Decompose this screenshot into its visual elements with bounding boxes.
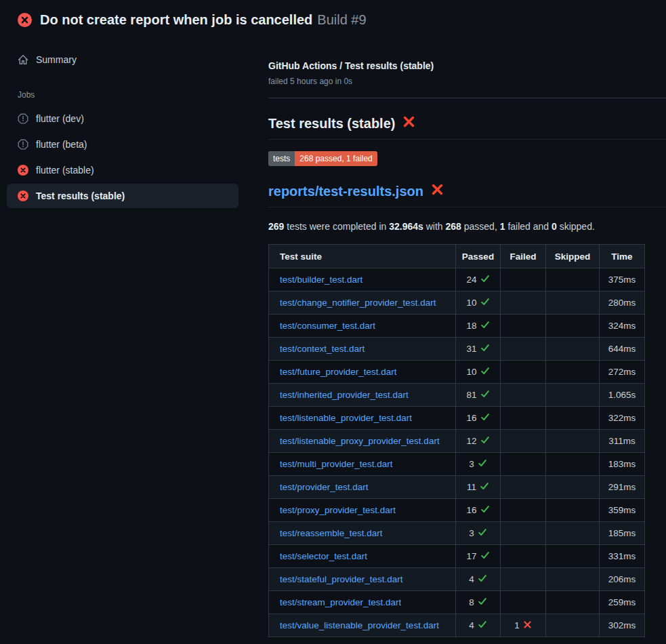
cell-test-suite: test/selector_test.dart bbox=[269, 545, 456, 568]
table-row: test/consumer_test.dart18324ms bbox=[269, 315, 645, 338]
test-suite-link[interactable]: test/consumer_test.dart bbox=[280, 321, 375, 331]
check-icon bbox=[480, 343, 490, 355]
test-suite-link[interactable]: test/multi_provider_test.dart bbox=[280, 459, 393, 469]
sidebar-item-summary[interactable]: Summary bbox=[7, 47, 238, 72]
table-header-row: Test suitePassedFailedSkippedTime bbox=[269, 245, 645, 268]
check-icon bbox=[478, 573, 487, 585]
cell-skipped bbox=[546, 315, 600, 338]
cell-skipped bbox=[546, 591, 600, 614]
main-content: GitHub Actions / Test results (stable) f… bbox=[238, 35, 666, 637]
passed-count: 4 bbox=[469, 574, 474, 584]
sidebar-item-flutter-dev[interactable]: flutter (dev) bbox=[7, 106, 238, 131]
sidebar-item-label: Test results (stable) bbox=[36, 190, 125, 201]
cell-test-suite: test/context_test.dart bbox=[269, 338, 456, 361]
table-row: test/provider_test.dart11291ms bbox=[269, 476, 645, 499]
cell-time: 302ms bbox=[600, 614, 645, 637]
check-icon bbox=[480, 435, 490, 447]
cell-failed bbox=[501, 384, 546, 407]
test-suite-link[interactable]: test/proxy_provider_test.dart bbox=[280, 505, 396, 515]
cell-passed: 8 bbox=[456, 591, 501, 614]
cell-failed bbox=[501, 268, 546, 291]
cell-time: 375ms bbox=[600, 268, 645, 291]
cell-test-suite: test/builder_test.dart bbox=[269, 268, 456, 291]
cell-skipped bbox=[546, 338, 600, 361]
cell-test-suite: test/multi_provider_test.dart bbox=[269, 453, 456, 476]
x-icon bbox=[523, 620, 532, 631]
test-suite-link[interactable]: test/listenable_provider_test.dart bbox=[280, 413, 412, 423]
passed-count: 18 bbox=[466, 321, 476, 331]
cell-skipped bbox=[546, 499, 600, 522]
cell-failed bbox=[501, 361, 546, 384]
test-suite-link[interactable]: test/reassemble_test.dart bbox=[280, 528, 383, 538]
summary-segment: 0 bbox=[551, 221, 557, 232]
cell-failed bbox=[501, 499, 546, 522]
passed-count: 31 bbox=[466, 344, 476, 354]
table-row: test/stateful_provider_test.dart4206ms bbox=[269, 568, 645, 591]
summary-segment: passed, bbox=[461, 221, 500, 232]
jobs-section-label: Jobs bbox=[7, 90, 238, 100]
test-suite-link[interactable]: test/future_provider_test.dart bbox=[280, 367, 397, 377]
passed-count: 3 bbox=[469, 528, 474, 538]
test-suite-link[interactable]: test/inherited_provider_test.dart bbox=[280, 390, 409, 400]
table-row: test/inherited_provider_test.dart811.065… bbox=[269, 384, 645, 407]
stop-cancelled-icon bbox=[18, 113, 28, 124]
section-title-heading: Test results (stable) bbox=[268, 115, 666, 140]
cell-failed bbox=[501, 338, 546, 361]
build-header: Do not create report when job is cancell… bbox=[0, 0, 666, 35]
test-suite-link[interactable]: test/builder_test.dart bbox=[280, 275, 362, 285]
summary-segment: failed and bbox=[505, 221, 552, 232]
cell-test-suite: test/proxy_provider_test.dart bbox=[269, 499, 456, 522]
failed-count: 1 bbox=[514, 620, 520, 630]
cell-time: 331ms bbox=[600, 545, 645, 568]
summary-segment: 268 bbox=[446, 221, 461, 232]
table-row: test/change_notifier_provider_test.dart1… bbox=[269, 291, 645, 315]
sidebar-item-label: flutter (beta) bbox=[36, 139, 87, 150]
check-icon bbox=[480, 504, 490, 516]
cell-test-suite: test/change_notifier_provider_test.dart bbox=[269, 291, 456, 315]
x-circle-fill-icon bbox=[18, 165, 28, 176]
sidebar-item-flutter-stable[interactable]: flutter (stable) bbox=[7, 158, 238, 182]
check-icon bbox=[480, 320, 490, 331]
build-title: Do not create report when job is cancell… bbox=[40, 12, 312, 27]
summary-segment: tests were completed in bbox=[284, 221, 389, 232]
sidebar-item-test-results-stable[interactable]: Test results (stable) bbox=[7, 184, 238, 208]
cell-test-suite: test/inherited_provider_test.dart bbox=[269, 384, 456, 407]
summary-segment: 32.964s bbox=[389, 221, 423, 232]
passed-count: 12 bbox=[466, 436, 476, 446]
check-icon bbox=[478, 597, 487, 608]
stop-cancelled-icon bbox=[18, 139, 28, 150]
sidebar-item-flutter-beta[interactable]: flutter (beta) bbox=[7, 132, 238, 157]
cell-failed bbox=[501, 315, 546, 338]
cell-test-suite: test/future_provider_test.dart bbox=[269, 361, 456, 384]
cell-passed: 16 bbox=[456, 407, 501, 430]
test-results-table: Test suitePassedFailedSkippedTime test/b… bbox=[268, 244, 645, 637]
cell-time: 259ms bbox=[600, 591, 645, 614]
check-icon bbox=[478, 527, 487, 539]
cell-passed: 18 bbox=[456, 315, 501, 338]
cell-time: 185ms bbox=[600, 522, 645, 545]
build-number: Build #9 bbox=[317, 12, 366, 27]
check-icon bbox=[480, 366, 490, 378]
table-row: test/proxy_provider_test.dart16359ms bbox=[269, 499, 645, 522]
check-icon bbox=[480, 550, 490, 562]
report-file-link[interactable]: reports/test-results.json bbox=[268, 183, 423, 199]
table-row: test/selector_test.dart17331ms bbox=[269, 545, 645, 568]
test-suite-link[interactable]: test/selector_test.dart bbox=[280, 551, 367, 561]
cell-skipped bbox=[546, 361, 600, 384]
passed-count: 16 bbox=[466, 505, 476, 515]
test-suite-link[interactable]: test/context_test.dart bbox=[280, 344, 365, 354]
cell-skipped bbox=[546, 384, 600, 407]
test-suite-link[interactable]: test/provider_test.dart bbox=[280, 482, 369, 492]
summary-segment: skipped. bbox=[557, 221, 595, 232]
test-suite-link[interactable]: test/value_listenable_provider_test.dart bbox=[280, 620, 439, 630]
test-suite-link[interactable]: test/stream_provider_test.dart bbox=[280, 597, 401, 607]
test-suite-link[interactable]: test/listenable_proxy_provider_test.dart bbox=[280, 436, 440, 446]
test-suite-link[interactable]: test/change_notifier_provider_test.dart bbox=[280, 298, 436, 308]
cell-passed: 11 bbox=[456, 476, 501, 499]
cell-failed bbox=[501, 430, 546, 453]
cell-failed: 1 bbox=[501, 614, 546, 637]
test-suite-link[interactable]: test/stateful_provider_test.dart bbox=[280, 574, 403, 584]
cell-passed: 3 bbox=[456, 453, 501, 476]
passed-count: 17 bbox=[466, 551, 476, 561]
cell-failed bbox=[501, 291, 546, 315]
